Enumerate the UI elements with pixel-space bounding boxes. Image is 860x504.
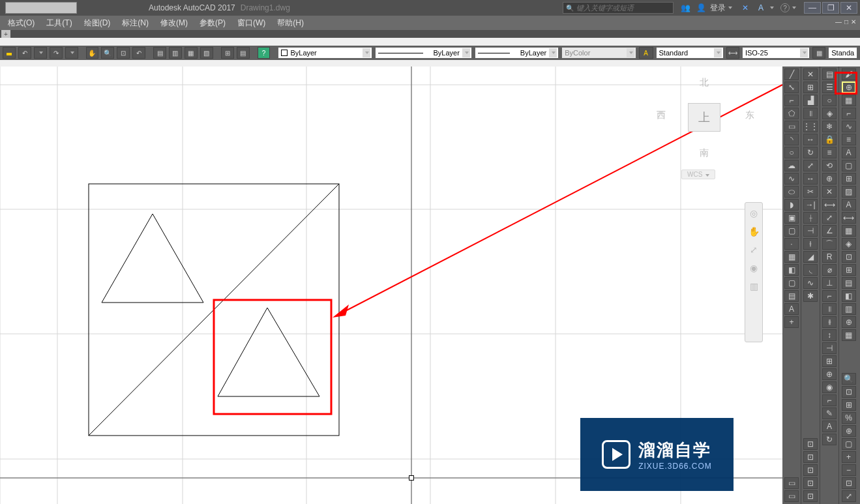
doc-close-icon[interactable]: ✕ [851,18,856,25]
blend-tool[interactable]: ∿ [803,277,818,289]
gradient-tool[interactable]: ◧ [784,264,799,276]
menu-parametric[interactable]: 参数(P) [200,18,226,29]
zoom-button[interactable]: 🔍 [101,47,114,59]
modify-extra-2[interactable]: ⊡ [803,451,818,463]
redo-button[interactable]: ↷ [50,47,63,59]
zoom-realtime[interactable]: 🔍 [842,373,856,385]
help-btn[interactable]: ? [258,47,271,59]
props-btn-6[interactable]: ▤ [237,47,250,59]
spline-edit-tool[interactable]: ∿ [842,121,856,132]
dim-break-tool[interactable]: ⊣ [822,342,837,354]
circle-tool[interactable]: ○ [784,147,799,158]
plotstyle-combo[interactable]: ByColor [561,47,636,59]
edit-21[interactable]: ▦ [842,329,856,341]
person-icon[interactable]: 👤 [694,1,707,14]
dim-continue-tool[interactable]: ⫵ [822,316,837,328]
tolerance-tool[interactable]: ⊞ [822,355,837,367]
nav-showmotion-icon[interactable]: ▥ [747,280,760,293]
viewcube-top[interactable]: 上 [688,103,720,132]
edit-19[interactable]: ▥ [842,303,856,315]
undo-button[interactable]: ↶ [18,47,31,59]
layer-merge-tool[interactable]: ⊕ [822,173,837,185]
minimize-button[interactable]: — [804,2,821,14]
chamfer-tool[interactable]: ◢ [803,251,818,263]
modify-extra-3[interactable]: ⊡ [803,464,818,476]
exchange-x-icon[interactable]: ✕ [739,1,752,14]
dim-linear-tool[interactable]: ⟷ [822,199,837,211]
props-btn-3[interactable]: ▦ [185,47,198,59]
polygon-tool[interactable]: ⬠ [784,108,799,119]
view-cube[interactable]: 北 西 上 东 南 WCS [655,70,753,185]
viewcube-south[interactable]: 南 [655,147,753,159]
layer-freeze-tool[interactable]: ❄ [822,121,837,132]
layer-delete-tool[interactable]: ✕ [822,186,837,198]
jog-line-tool[interactable]: ⌐ [822,394,837,406]
join-tool[interactable]: ⫲ [803,238,818,250]
dim-aligned-tool[interactable]: ⤢ [822,212,837,224]
lineweight-combo[interactable]: ByLayer [475,47,559,59]
break-at-point-tool[interactable]: ⟊ [803,212,818,224]
exchange-caret-icon[interactable] [770,7,774,9]
xref-edit-tool[interactable]: ⊞ [842,173,856,185]
zoom-window[interactable]: ⊡ [842,386,856,398]
new-tab-button[interactable]: + [1,30,10,38]
add-selected-tool[interactable]: + [784,316,799,328]
zoom-out[interactable]: − [842,464,856,476]
edit-14[interactable]: ◈ [842,238,856,250]
region-tool[interactable]: ▢ [784,277,799,289]
modify-extra-4[interactable]: ⊡ [803,477,818,489]
zoom-scale[interactable]: % [842,412,856,424]
layer-prev-tool[interactable]: ⟲ [822,160,837,171]
search-box[interactable]: 🔍 [563,2,674,14]
dim-diameter-tool[interactable]: ⌀ [822,264,837,276]
navigation-bar[interactable]: ◎ ✋ ⤢ ◉ ▥ [745,202,763,342]
copy-prop-tool[interactable]: ⊕ [842,82,856,93]
menu-tools[interactable]: 工具(T) [46,18,72,29]
ellipse-tool[interactable]: ⬭ [784,186,799,198]
rectangle-tool[interactable]: ▭ [784,121,799,132]
doc-restore-icon[interactable]: □ [844,18,848,25]
drawing-canvas[interactable]: 北 西 上 东 南 WCS ◎ ✋ ⤢ ◉ ▥ 溜溜自学 ZIXUE.3D66.… [0,67,782,504]
viewcube-wcs[interactable]: WCS [681,170,715,179]
viewcube-east[interactable]: 东 [745,110,754,121]
maximize-button[interactable]: ❐ [822,2,839,14]
array-tool[interactable]: ⋮⋮ [803,121,818,132]
pedit-tool[interactable]: ⌐ [842,108,856,119]
explode-tool[interactable]: ✱ [803,290,818,302]
pan-button[interactable]: ✋ [86,47,99,59]
arc-tool[interactable]: ◝ [784,134,799,145]
zoom-in[interactable]: + [842,451,856,463]
dim-tedit-tool[interactable]: A [822,421,837,432]
layer-match-tool[interactable]: ≡ [822,147,837,158]
scale-tool[interactable]: ⤢ [803,160,818,171]
draw-extra-1[interactable]: ▭ [784,477,799,489]
dim-angular-tool[interactable]: ∠ [822,225,837,237]
menu-draw[interactable]: 绘图(D) [84,18,111,29]
props-btn-2[interactable]: ▥ [169,47,182,59]
dim-radius-tool[interactable]: R [822,251,837,263]
xline-tool[interactable]: ⤡ [784,82,799,93]
offset-tool[interactable]: ⫴ [803,108,818,119]
inspect-tool[interactable]: ◉ [822,381,837,393]
dim-ordinate-tool[interactable]: ⊥ [822,277,837,289]
exchange-a-icon[interactable]: A [754,1,767,14]
login-label[interactable]: 登录 [710,1,726,14]
draw-extra-2[interactable]: ▭ [784,490,799,502]
pline-tool[interactable]: ⌐ [784,95,799,106]
help-icon[interactable]: ? [780,3,790,12]
people-icon[interactable]: 👥 [679,1,692,14]
insert-block-tool[interactable]: ▣ [784,212,799,224]
edit-13[interactable]: ▦ [842,225,856,237]
layer-iso-tool[interactable]: ◈ [822,108,837,119]
props-btn-4[interactable]: ▧ [200,47,213,59]
table-style-combo[interactable]: Standa [828,47,857,59]
table-style-icon[interactable]: ▦ [812,47,825,59]
erase-tool[interactable]: ✕ [803,68,818,80]
image-edit-tool[interactable]: ▨ [842,186,856,198]
menu-help[interactable]: 帮助(H) [277,18,304,29]
dim-style-combo[interactable]: ISO-25 [742,47,810,59]
edit-20[interactable]: ⊕ [842,316,856,328]
center-mark-tool[interactable]: ⊕ [822,368,837,380]
linetype-combo[interactable]: ByLayer [375,47,472,59]
menu-modify[interactable]: 修改(M) [160,18,188,29]
